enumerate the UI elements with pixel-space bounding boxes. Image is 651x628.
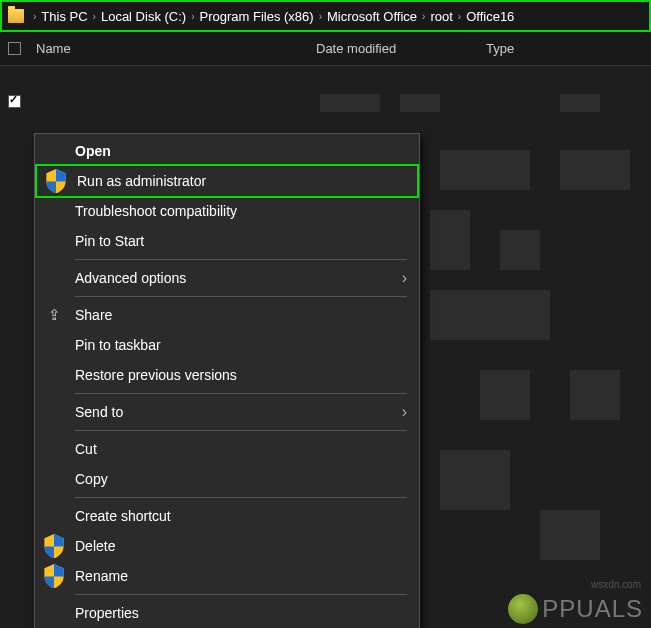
menu-separator xyxy=(75,393,407,394)
column-header-type[interactable]: Type xyxy=(478,41,651,56)
menu-run-as-administrator[interactable]: Run as administrator xyxy=(37,166,417,196)
folder-icon xyxy=(8,9,24,23)
select-all-checkbox[interactable] xyxy=(8,42,28,55)
menu-label: Open xyxy=(75,143,407,159)
chevron-right-icon: › xyxy=(28,11,41,22)
menu-troubleshoot-compatibility[interactable]: Troubleshoot compatibility xyxy=(35,196,419,226)
breadcrumb-bar: › This PC › Local Disk (C:) › Program Fi… xyxy=(0,0,651,32)
column-header-name[interactable]: Name xyxy=(28,41,308,56)
menu-label: Create shortcut xyxy=(75,508,407,524)
menu-share[interactable]: ⇪ Share xyxy=(35,300,419,330)
menu-pin-to-start[interactable]: Pin to Start xyxy=(35,226,419,256)
menu-separator xyxy=(75,497,407,498)
menu-properties[interactable]: Properties xyxy=(35,598,419,628)
menu-label: Delete xyxy=(75,538,407,554)
menu-label: Share xyxy=(75,307,407,323)
menu-label: Restore previous versions xyxy=(75,367,407,383)
menu-copy[interactable]: Copy xyxy=(35,464,419,494)
chevron-right-icon: › xyxy=(417,11,430,22)
breadcrumb-item[interactable]: root xyxy=(430,9,452,24)
menu-delete[interactable]: Delete xyxy=(35,531,419,561)
menu-separator xyxy=(75,430,407,431)
breadcrumb-item[interactable]: Office16 xyxy=(466,9,514,24)
menu-create-shortcut[interactable]: Create shortcut xyxy=(35,501,419,531)
shield-icon xyxy=(43,536,65,556)
menu-advanced-options[interactable]: Advanced options › xyxy=(35,263,419,293)
menu-open[interactable]: Open xyxy=(35,136,419,166)
menu-restore-previous-versions[interactable]: Restore previous versions xyxy=(35,360,419,390)
menu-label: Properties xyxy=(75,605,407,621)
chevron-right-icon: › xyxy=(402,269,407,287)
share-icon: ⇪ xyxy=(43,305,65,325)
menu-separator xyxy=(75,296,407,297)
column-header-date[interactable]: Date modified xyxy=(308,41,478,56)
menu-label: Troubleshoot compatibility xyxy=(75,203,407,219)
source-url-text: wsxdn.com xyxy=(591,579,641,590)
menu-label: Rename xyxy=(75,568,407,584)
menu-label: Pin to taskbar xyxy=(75,337,407,353)
chevron-right-icon: › xyxy=(88,11,101,22)
menu-label: Cut xyxy=(75,441,407,457)
chevron-right-icon: › xyxy=(402,403,407,421)
column-header-row: Name Date modified Type xyxy=(0,32,651,66)
breadcrumb-item[interactable]: Microsoft Office xyxy=(327,9,417,24)
watermark-text: PPUALS xyxy=(542,595,643,623)
breadcrumb-item[interactable]: Local Disk (C:) xyxy=(101,9,186,24)
file-checkbox[interactable] xyxy=(8,95,21,108)
watermark-logo-icon xyxy=(508,594,538,624)
chevron-right-icon: › xyxy=(453,11,466,22)
context-menu: Open Run as administrator Troubleshoot c… xyxy=(34,133,420,628)
menu-separator xyxy=(75,259,407,260)
breadcrumb-item[interactable]: This PC xyxy=(41,9,87,24)
menu-label: Copy xyxy=(75,471,407,487)
breadcrumb-item[interactable]: Program Files (x86) xyxy=(200,9,314,24)
menu-label: Pin to Start xyxy=(75,233,407,249)
menu-label: Advanced options xyxy=(75,270,402,286)
menu-cut[interactable]: Cut xyxy=(35,434,419,464)
menu-send-to[interactable]: Send to › xyxy=(35,397,419,427)
chevron-right-icon: › xyxy=(186,11,199,22)
shield-icon xyxy=(45,171,67,191)
menu-rename[interactable]: Rename xyxy=(35,561,419,591)
shield-icon xyxy=(43,566,65,586)
menu-label: Send to xyxy=(75,404,402,420)
chevron-right-icon: › xyxy=(314,11,327,22)
menu-separator xyxy=(75,594,407,595)
menu-label: Run as administrator xyxy=(77,173,405,189)
watermark: PPUALS xyxy=(508,594,643,624)
menu-pin-to-taskbar[interactable]: Pin to taskbar xyxy=(35,330,419,360)
